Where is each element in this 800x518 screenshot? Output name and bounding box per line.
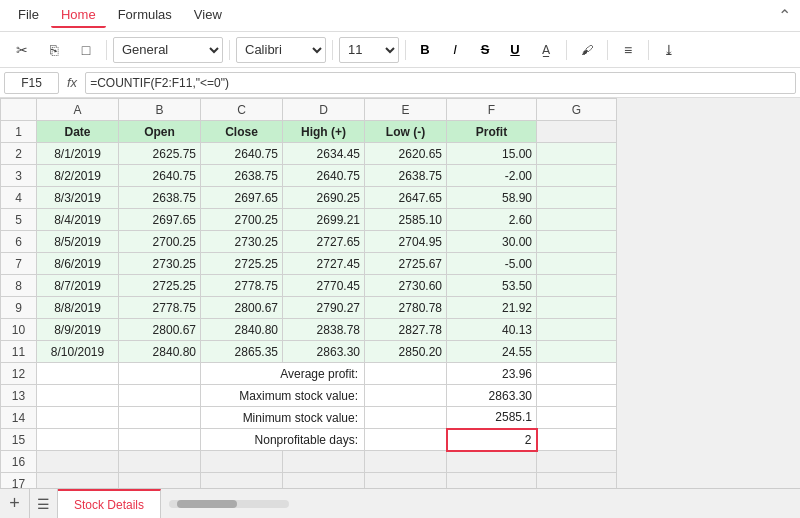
- sheet-menu-button[interactable]: ☰: [30, 489, 58, 518]
- cell-high-5[interactable]: 2727.45: [283, 253, 365, 275]
- cell-low-2[interactable]: 2647.65: [365, 187, 447, 209]
- cell-high-6[interactable]: 2770.45: [283, 275, 365, 297]
- underline-button[interactable]: U: [502, 37, 528, 63]
- highlight-icon[interactable]: 🖌: [573, 36, 601, 64]
- row-num-6[interactable]: 6: [1, 231, 37, 253]
- row-num-4[interactable]: 4: [1, 187, 37, 209]
- cell-date-2[interactable]: 8/3/2019: [37, 187, 119, 209]
- row-num-10[interactable]: 10: [1, 319, 37, 341]
- cell-close-4[interactable]: 2730.25: [201, 231, 283, 253]
- scroll-thumb[interactable]: [177, 500, 237, 508]
- close-icon[interactable]: ⌃: [776, 8, 792, 24]
- bold-button[interactable]: B: [412, 37, 438, 63]
- cell-close-7[interactable]: 2800.67: [201, 297, 283, 319]
- cell-high-8[interactable]: 2838.78: [283, 319, 365, 341]
- cell-open-1[interactable]: 2640.75: [119, 165, 201, 187]
- col-header-a[interactable]: A: [37, 99, 119, 121]
- sum-value-0[interactable]: 23.96: [447, 363, 537, 385]
- cell-close-6[interactable]: 2778.75: [201, 275, 283, 297]
- row-num-7[interactable]: 7: [1, 253, 37, 275]
- cell-high-9[interactable]: 2863.30: [283, 341, 365, 363]
- cell-low-3[interactable]: 2585.10: [365, 209, 447, 231]
- cell-low-6[interactable]: 2730.60: [365, 275, 447, 297]
- cell-high-1[interactable]: 2640.75: [283, 165, 365, 187]
- merge-icon[interactable]: ⤓: [655, 36, 683, 64]
- cell-profit-6[interactable]: 53.50: [447, 275, 537, 297]
- sheet-tab-stock-details[interactable]: Stock Details: [58, 489, 161, 518]
- cell-high-7[interactable]: 2790.27: [283, 297, 365, 319]
- cell-close-5[interactable]: 2725.25: [201, 253, 283, 275]
- italic-button[interactable]: I: [442, 37, 468, 63]
- formula-input[interactable]: [85, 72, 796, 94]
- cell-reference[interactable]: F15: [4, 72, 59, 94]
- header-close[interactable]: Close: [201, 121, 283, 143]
- cell-date-1[interactable]: 8/2/2019: [37, 165, 119, 187]
- cell-profit-8[interactable]: 40.13: [447, 319, 537, 341]
- cell-profit-0[interactable]: 15.00: [447, 143, 537, 165]
- cell-low-7[interactable]: 2780.78: [365, 297, 447, 319]
- menu-home[interactable]: Home: [51, 3, 106, 28]
- sheet-wrapper[interactable]: A B C D E F G 1 Date Open Close High (+): [0, 98, 800, 488]
- row-num-17[interactable]: 17: [1, 473, 37, 489]
- cut-icon[interactable]: ✂: [8, 36, 36, 64]
- row-num-16[interactable]: 16: [1, 451, 37, 473]
- cell-open-6[interactable]: 2725.25: [119, 275, 201, 297]
- cell-profit-7[interactable]: 21.92: [447, 297, 537, 319]
- cell-open-4[interactable]: 2700.25: [119, 231, 201, 253]
- cell-date-3[interactable]: 8/4/2019: [37, 209, 119, 231]
- header-high[interactable]: High (+): [283, 121, 365, 143]
- row-num-1[interactable]: 1: [1, 121, 37, 143]
- row-num-3[interactable]: 3: [1, 165, 37, 187]
- col-header-g[interactable]: G: [537, 99, 617, 121]
- col-header-b[interactable]: B: [119, 99, 201, 121]
- col-header-e[interactable]: E: [365, 99, 447, 121]
- cell-close-8[interactable]: 2840.80: [201, 319, 283, 341]
- cell-date-6[interactable]: 8/7/2019: [37, 275, 119, 297]
- header-profit[interactable]: Profit: [447, 121, 537, 143]
- font-select[interactable]: Calibri: [236, 37, 326, 63]
- cell-close-2[interactable]: 2697.65: [201, 187, 283, 209]
- cell-open-5[interactable]: 2730.25: [119, 253, 201, 275]
- menu-file[interactable]: File: [8, 3, 49, 28]
- row-num-12[interactable]: 12: [1, 363, 37, 385]
- cell-date-9[interactable]: 8/10/2019: [37, 341, 119, 363]
- cell-open-0[interactable]: 2625.75: [119, 143, 201, 165]
- cell-low-0[interactable]: 2620.65: [365, 143, 447, 165]
- cell-low-9[interactable]: 2850.20: [365, 341, 447, 363]
- cell-profit-4[interactable]: 30.00: [447, 231, 537, 253]
- cell-profit-9[interactable]: 24.55: [447, 341, 537, 363]
- underline-color-icon[interactable]: A̲: [532, 36, 560, 64]
- cell-date-7[interactable]: 8/8/2019: [37, 297, 119, 319]
- cell-open-2[interactable]: 2638.75: [119, 187, 201, 209]
- cell-low-4[interactable]: 2704.95: [365, 231, 447, 253]
- header-low[interactable]: Low (-): [365, 121, 447, 143]
- menu-formulas[interactable]: Formulas: [108, 3, 182, 28]
- font-size-select[interactable]: 11: [339, 37, 399, 63]
- cell-open-7[interactable]: 2778.75: [119, 297, 201, 319]
- cell-date-8[interactable]: 8/9/2019: [37, 319, 119, 341]
- cell-high-3[interactable]: 2699.21: [283, 209, 365, 231]
- cell-high-0[interactable]: 2634.45: [283, 143, 365, 165]
- row-num-11[interactable]: 11: [1, 341, 37, 363]
- cell-profit-3[interactable]: 2.60: [447, 209, 537, 231]
- row-num-13[interactable]: 13: [1, 385, 37, 407]
- col-header-d[interactable]: D: [283, 99, 365, 121]
- cell-close-3[interactable]: 2700.25: [201, 209, 283, 231]
- cell-close-0[interactable]: 2640.75: [201, 143, 283, 165]
- cell-close-1[interactable]: 2638.75: [201, 165, 283, 187]
- cell-profit-1[interactable]: -2.00: [447, 165, 537, 187]
- cell-low-8[interactable]: 2827.78: [365, 319, 447, 341]
- row-num-5[interactable]: 5: [1, 209, 37, 231]
- cell-profit-5[interactable]: -5.00: [447, 253, 537, 275]
- cell-open-8[interactable]: 2800.67: [119, 319, 201, 341]
- align-left-icon[interactable]: ≡: [614, 36, 642, 64]
- row-num-2[interactable]: 2: [1, 143, 37, 165]
- menu-view[interactable]: View: [184, 3, 232, 28]
- cell-high-4[interactable]: 2727.65: [283, 231, 365, 253]
- strikethrough-button[interactable]: S: [472, 37, 498, 63]
- cell-high-2[interactable]: 2690.25: [283, 187, 365, 209]
- cell-open-9[interactable]: 2840.80: [119, 341, 201, 363]
- row-num-9[interactable]: 9: [1, 297, 37, 319]
- header-date[interactable]: Date: [37, 121, 119, 143]
- cell-low-1[interactable]: 2638.75: [365, 165, 447, 187]
